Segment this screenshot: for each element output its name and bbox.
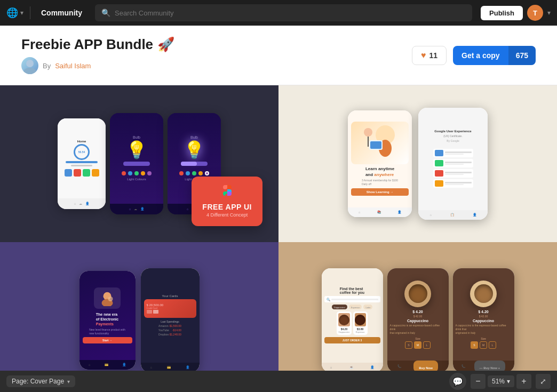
canvas-content: Home 50.54 ⌂ [0, 85, 557, 392]
phone-edu1: Learn anytimeand anywhere 3 Annual membe… [348, 110, 412, 217]
bottom-bar: Page: Cover Page ▾ 💬 − 51% ▾ + ⤢ [0, 371, 557, 392]
phone-coffee2-screen: $ 4.20 $ 42.00 Cappuccino A cappuccino i… [387, 268, 449, 361]
bottom-right-controls: 💬 − 51% ▾ + ⤢ [449, 373, 551, 390]
rocket-emoji: 🚀 [157, 36, 174, 53]
phone-card-screen: Your Cards $ 20,500.00 Credit Card Last … [141, 268, 200, 363]
phone-home-screen: Home 50.54 [58, 118, 106, 198]
search-icon: 🔍 [101, 9, 110, 17]
phone-edu2-screen: Google User Experience (UX) Certificate.… [418, 108, 488, 210]
phone-edu2: Google User Experience (UX) Certificate.… [418, 108, 488, 220]
phone-coffee1-screen: Find the bestcoffee for you 🔍 Cappuccino… [322, 268, 383, 363]
fit-screen-button[interactable]: ⤢ [536, 374, 551, 389]
search-bar[interactable]: 🔍 [95, 4, 472, 21]
zoom-level[interactable]: 51% ▾ [488, 375, 514, 387]
chat-button[interactable]: 💬 [449, 373, 466, 390]
phone-card: Your Cards $ 20,500.00 Credit Card Last … [141, 268, 200, 372]
get-copy-button[interactable]: Get a copy 675 [453, 46, 536, 65]
page-label: Page: Cover Page [12, 378, 64, 385]
svg-point-10 [108, 297, 113, 301]
phone-payments: The new eraof ElectronicPayments New lev… [79, 271, 136, 370]
color-options [122, 171, 152, 175]
svg-point-0 [26, 60, 34, 67]
badge-title: FREE APP UI [202, 203, 252, 211]
bottom-row: The new eraof ElectronicPayments New lev… [0, 242, 557, 393]
zoom-out-button[interactable]: − [471, 374, 486, 389]
phone-edu2-nav: ⌂ 📋 👤 [418, 210, 488, 220]
avatar-chevron-icon[interactable]: ▾ [547, 9, 551, 17]
phone-home: Home 50.54 ⌂ [58, 118, 106, 209]
search-input[interactable] [115, 9, 466, 17]
author-row: By Saiful Islam [21, 57, 174, 74]
phone-coffee3-screen: $ 4.20 $ 42.00 Cappuccino A cappuccino i… [453, 268, 514, 361]
top-navigation: 🌐 ▾ Community 🔍 Publish T ▾ [0, 0, 557, 26]
heart-icon: ♥ [421, 51, 426, 60]
badge-subtitle: 4 Different Concept [202, 212, 252, 218]
community-label: Community [37, 9, 86, 17]
page-indicator[interactable]: Page: Cover Page ▾ [6, 375, 75, 387]
bottom-left-panel: The new eraof ElectronicPayments New lev… [0, 242, 278, 393]
nav-divider [30, 6, 30, 19]
stat-bar-sm [71, 165, 92, 166]
phone-edu1-screen: Learn anytimeand anywhere 3 Annual membe… [348, 110, 412, 207]
svg-rect-5 [370, 141, 381, 149]
phone-bulb1-screen: Bulb 💡 Light Colours [110, 113, 163, 204]
svg-point-1 [23, 68, 36, 74]
phone-coffee1: Find the bestcoffee for you 🔍 Cappuccino… [322, 268, 383, 372]
top-right-panel: Learn anytimeand anywhere 3 Annual membe… [278, 85, 557, 242]
bottom-right-panel: Find the bestcoffee for you 🔍 Cappuccino… [278, 242, 557, 393]
svg-point-6 [364, 128, 372, 137]
energy-indicator: 50.54 [74, 144, 90, 160]
author-avatar [21, 57, 38, 74]
page-title: Freebie APP Bundle 🚀 [21, 36, 174, 53]
phone-edu1-nav: ⌂ 📚 👤 [348, 207, 412, 217]
phone-payments-screen: The new eraof ElectronicPayments New lev… [79, 271, 136, 360]
page-chevron-icon: ▾ [67, 379, 70, 385]
canvas-area: Home 50.54 ⌂ [0, 85, 557, 392]
phone-payments-nav: ⌂ 💳 👤 [79, 360, 136, 370]
like-button[interactable]: ♥ 11 [412, 46, 447, 65]
zoom-controls: − 51% ▾ + [471, 374, 531, 389]
phone-nav-bar: ⌂ ☁ 👤 [58, 198, 106, 209]
copy-count: 675 [508, 46, 536, 65]
figma-icon [202, 185, 252, 201]
get-copy-label: Get a copy [453, 46, 508, 65]
title-text: Freebie APP Bundle [21, 36, 153, 53]
globe-icon: 🌐 [6, 7, 18, 19]
author-name[interactable]: Saiful Islam [55, 62, 91, 70]
free-app-badge: FREE APP UI 4 Different Concept [192, 177, 262, 226]
globe-button[interactable]: 🌐 ▾ [6, 7, 23, 19]
zoom-in-button[interactable]: + [516, 374, 531, 389]
page-header: Freebie APP Bundle 🚀 By Saiful Islam ♥ 1… [0, 26, 557, 85]
top-left-panel: Home 50.54 ⌂ [0, 85, 278, 242]
header-left: Freebie APP Bundle 🚀 By Saiful Islam [21, 36, 174, 74]
author-by-label: By [43, 62, 51, 70]
top-row: Home 50.54 ⌂ [0, 85, 557, 242]
phone-bulb1: Bulb 💡 Light Colours ⌂ [110, 113, 163, 214]
publish-button[interactable]: Publish [481, 6, 523, 20]
header-actions: ♥ 11 Get a copy 675 [412, 46, 536, 65]
phone-coffee2: $ 4.20 $ 42.00 Cappuccino A cappuccino i… [387, 268, 449, 372]
stat-bar [66, 161, 98, 163]
avatar[interactable]: T [527, 5, 543, 21]
zoom-chevron-icon: ▾ [507, 378, 510, 385]
phone-coffee3: $ 4.20 $ 42.00 Cappuccino A cappuccino i… [453, 268, 514, 372]
zoom-value: 51% [492, 378, 505, 385]
globe-chevron-icon: ▾ [20, 9, 23, 17]
like-count: 11 [429, 51, 437, 60]
color-options-2 [179, 171, 209, 175]
phone-bulb1-nav: ⌂ ☁ 👤 [110, 204, 163, 214]
